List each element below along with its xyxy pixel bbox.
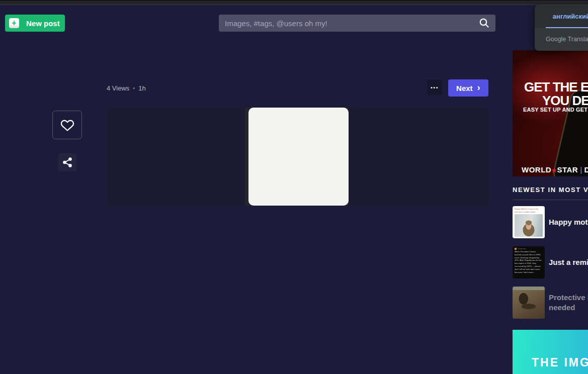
next-button[interactable]: Next ›	[448, 79, 488, 97]
imgur-page: + New post 4 Views • 1h ••• Next ›	[0, 0, 588, 374]
ad-brand-product: DISTRO	[584, 165, 588, 174]
next-label: Next	[456, 84, 473, 92]
ad-tagline: EASY SET UP AND GET PAID 💰	[523, 107, 588, 113]
right-sidebar: GET THE E YOU DE EASY SET UP AND GET PAI…	[513, 0, 588, 374]
views-count: 4 Views	[107, 84, 129, 92]
post-age: 1h	[138, 84, 145, 92]
promo-text: THE IMGU	[532, 356, 588, 369]
viral-thumbnail	[513, 287, 545, 319]
viral-item-protective[interactable]: Protective h needed	[513, 287, 588, 319]
tweet-header: @slatester	[515, 248, 543, 250]
browser-edge-strip	[0, 0, 588, 5]
search-icon[interactable]	[478, 17, 490, 29]
viral-item-title-line1: Protective h	[549, 293, 588, 303]
new-post-label: New post	[26, 19, 60, 28]
new-post-button[interactable]: + New post	[5, 15, 65, 32]
viral-item-title: Just a remin	[549, 257, 588, 267]
ad-brand-separator: |	[580, 165, 582, 174]
search-input[interactable]	[219, 19, 478, 28]
search-bar	[219, 15, 495, 32]
heart-icon	[60, 118, 75, 132]
viral-item-title: Protective h needed	[549, 293, 588, 313]
star-icon: ★	[551, 167, 557, 174]
translate-language-row: английский	[535, 5, 588, 28]
tweet-text: When President Clinton banned assault ri…	[515, 250, 543, 273]
viral-item-happy-mothers[interactable]: Happy Mother's Day to the internet's tro…	[513, 206, 588, 238]
viral-thumbnail: @slatester When President Clinton banned…	[513, 246, 545, 278]
ad-brand-world: WORLD	[522, 165, 551, 174]
ad-brand-star: STAR	[557, 165, 578, 174]
ad-brand: WORLD★STAR|DISTRO	[522, 165, 588, 174]
post-image-content	[248, 108, 349, 206]
thumbnail-caption-text: Happy Mother's Day to the internet's tro…	[513, 206, 545, 214]
translate-attribution-row: Google Translate	[535, 28, 588, 51]
tweet-author: @slatester	[518, 248, 526, 250]
meta-separator: •	[133, 85, 135, 91]
share-button[interactable]	[58, 153, 76, 171]
google-translate-label: Google Translate	[546, 36, 588, 43]
post-image[interactable]	[245, 108, 349, 206]
more-icon: •••	[431, 84, 439, 90]
viral-item-title: Happy moth	[549, 217, 588, 227]
tweet-avatar	[515, 248, 517, 250]
post-meta: 4 Views • 1h	[107, 84, 146, 92]
most-viral-section-title: NEWEST IN MOST VIRAL	[513, 186, 588, 194]
section-divider	[513, 200, 588, 200]
worldstar-ad-banner[interactable]: GET THE E YOU DE EASY SET UP AND GET PAI…	[513, 50, 588, 176]
viral-item-just-a-reminder[interactable]: @slatester When President Clinton banned…	[513, 246, 588, 278]
viral-thumbnail: Happy Mother's Day to the internet's tro…	[513, 206, 545, 238]
chevron-right-icon: ›	[477, 82, 480, 93]
translate-language-tab[interactable]: английский	[553, 13, 588, 20]
share-icon	[62, 157, 73, 168]
viral-item-title-line2: needed	[549, 303, 588, 313]
plus-icon: +	[9, 18, 19, 28]
translate-popup: английский Google Translate	[535, 5, 588, 51]
more-options-button[interactable]: •••	[427, 80, 442, 95]
woman-photo	[515, 214, 543, 237]
imgur-promo-banner[interactable]: THE IMGU	[513, 330, 588, 374]
favorite-button[interactable]	[52, 111, 82, 139]
